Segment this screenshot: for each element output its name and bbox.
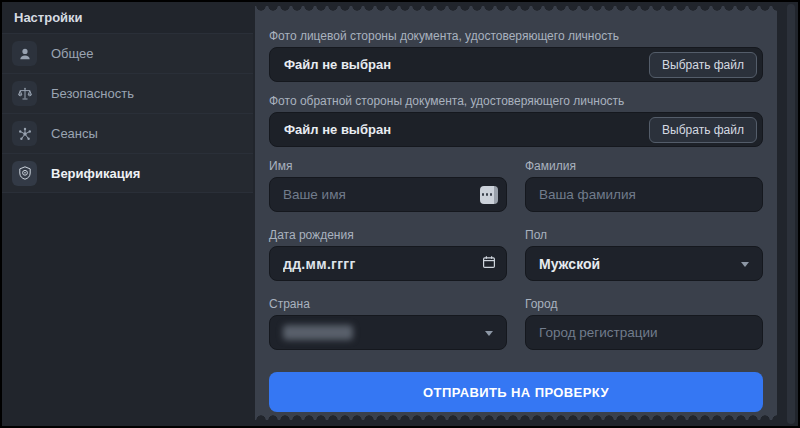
first-name-label: Имя [269, 159, 507, 173]
sidebar-item-general[interactable]: Общее [2, 33, 253, 73]
last-name-label: Фамилия [525, 159, 763, 173]
calendar-icon[interactable] [482, 255, 496, 273]
sidebar-item-label: Безопасность [51, 86, 134, 101]
gender-label: Пол [525, 228, 763, 242]
front-photo-file-value: Файл не выбран [284, 57, 391, 72]
settings-sidebar: Настройки Общее Без [2, 2, 253, 426]
back-photo-choose-file-button[interactable]: Выбрать файл [649, 117, 757, 143]
back-photo-file-input[interactable]: Файл не выбран Выбрать файл [269, 112, 763, 147]
scales-icon [12, 81, 37, 106]
shield-icon [12, 161, 37, 186]
sidebar-item-label: Общее [51, 46, 94, 61]
back-photo-file-value: Файл не выбран [284, 122, 391, 137]
country-field: Страна [269, 297, 507, 350]
gender-field: Пол Мужской [525, 228, 763, 281]
chevron-down-icon [485, 331, 493, 336]
city-input[interactable] [525, 315, 763, 350]
vertical-scrollbar[interactable] [787, 4, 795, 424]
front-photo-label: Фото лицевой стороны документа, удостове… [269, 29, 763, 43]
city-label: Город [525, 297, 763, 311]
sidebar-item-sessions[interactable]: Сеансы [2, 113, 253, 153]
back-photo-label: Фото обратной стороны документа, удостов… [269, 94, 763, 108]
chevron-down-icon [741, 262, 749, 267]
city-field: Город [525, 297, 763, 350]
user-icon [12, 41, 37, 66]
country-redacted-value [283, 325, 353, 340]
gender-selected-value: Мужской [539, 256, 600, 272]
personal-data-grid: Имя Фамилия Дата рождения [269, 159, 763, 350]
sessions-icon [12, 121, 37, 146]
country-select[interactable] [269, 315, 507, 350]
submit-verification-button[interactable]: ОТПРАВИТЬ НА ПРОВЕРКУ [269, 372, 763, 412]
sidebar-item-security[interactable]: Безопасность [2, 73, 253, 113]
first-name-field: Имя [269, 159, 507, 212]
verification-card: Фото лицевой стороны документа, удостове… [255, 6, 777, 420]
last-name-input[interactable] [525, 177, 763, 212]
sidebar-item-verification[interactable]: Верификация [2, 153, 253, 193]
birth-date-field: Дата рождения [269, 228, 507, 281]
front-photo-file-input[interactable]: Файл не выбран Выбрать файл [269, 47, 763, 82]
front-photo-choose-file-button[interactable]: Выбрать файл [649, 52, 757, 78]
first-name-input[interactable] [269, 177, 507, 212]
birth-date-input[interactable] [269, 246, 507, 281]
settings-screen: Настройки Общее Без [0, 0, 800, 428]
sidebar-title: Настройки [2, 2, 253, 33]
sidebar-item-label: Верификация [51, 166, 140, 181]
last-name-field: Фамилия [525, 159, 763, 212]
gender-select[interactable]: Мужской [525, 246, 763, 281]
country-label: Страна [269, 297, 507, 311]
sidebar-item-label: Сеансы [51, 126, 98, 141]
autofill-icon[interactable] [480, 186, 498, 204]
birth-date-label: Дата рождения [269, 228, 507, 242]
